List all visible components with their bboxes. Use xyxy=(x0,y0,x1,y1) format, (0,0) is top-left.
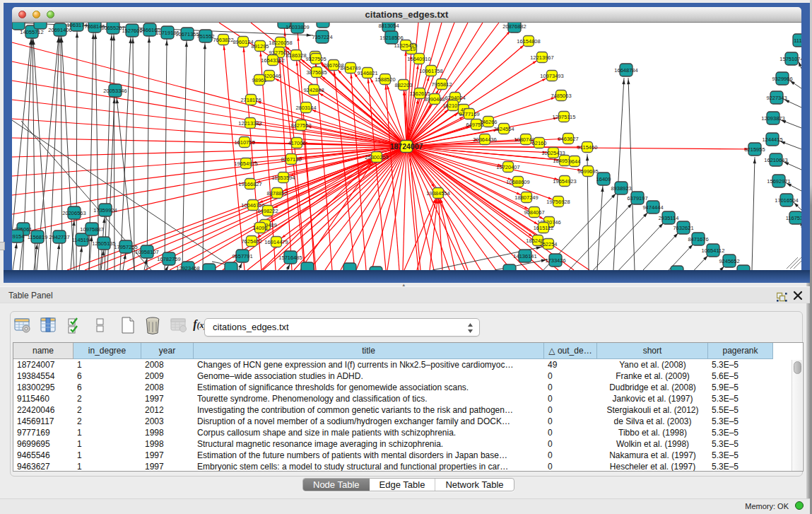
svg-text:8878852: 8878852 xyxy=(266,190,287,197)
svg-text:17359924: 17359924 xyxy=(93,207,117,214)
svg-text:6498222: 6498222 xyxy=(257,208,278,214)
svg-text:9699695: 9699695 xyxy=(577,168,598,175)
svg-text:8813054: 8813054 xyxy=(378,23,399,29)
svg-text:19218506: 19218506 xyxy=(379,35,403,41)
svg-text:17957255: 17957255 xyxy=(114,244,137,250)
svg-text:17016504: 17016504 xyxy=(775,197,798,204)
svg-text:8990448: 8990448 xyxy=(424,96,445,103)
svg-text:20206563: 20206563 xyxy=(62,210,86,216)
svg-text:10688609: 10688609 xyxy=(506,179,529,185)
svg-text:1733426: 1733426 xyxy=(545,257,565,264)
svg-text:19384554: 19384554 xyxy=(426,190,449,197)
svg-text:10671355: 10671355 xyxy=(175,31,199,37)
svg-text:1167533: 1167533 xyxy=(786,215,801,221)
svg-text:1156819: 1156819 xyxy=(28,234,48,240)
svg-text:14099: 14099 xyxy=(253,225,268,231)
svg-text:882203: 882203 xyxy=(394,82,412,88)
svg-text:7663822: 7663822 xyxy=(213,37,233,43)
svg-text:98961: 98961 xyxy=(252,77,267,83)
svg-text:12505135: 12505135 xyxy=(92,240,115,247)
svg-text:1588520: 1588520 xyxy=(375,76,395,83)
svg-text:16154808: 16154808 xyxy=(517,38,540,45)
svg-text:9084067: 9084067 xyxy=(524,209,544,216)
svg-text:9245652: 9245652 xyxy=(719,258,739,264)
svg-text:19654975: 19654975 xyxy=(234,160,257,167)
svg-text:12975115: 12975115 xyxy=(553,114,576,120)
svg-text:7625402: 7625402 xyxy=(241,238,261,245)
svg-text:19756928: 19756928 xyxy=(546,199,570,205)
svg-text:11353594: 11353594 xyxy=(272,175,295,181)
svg-text:62160: 62160 xyxy=(532,140,547,146)
svg-text:8186328: 8186328 xyxy=(286,52,306,59)
svg-text:15751074: 15751074 xyxy=(779,56,801,62)
svg-text:7632621: 7632621 xyxy=(673,225,693,231)
svg-text:14055712: 14055712 xyxy=(20,29,43,35)
svg-text:10973493: 10973493 xyxy=(540,73,563,79)
svg-text:18226058: 18226058 xyxy=(269,40,292,46)
svg-text:12213383: 12213383 xyxy=(238,120,261,127)
svg-text:12923468: 12923468 xyxy=(176,265,199,270)
svg-text:252254: 252254 xyxy=(539,241,557,247)
svg-text:6379197: 6379197 xyxy=(627,195,647,201)
svg-text:1615112: 1615112 xyxy=(534,225,554,231)
svg-text:39154: 39154 xyxy=(12,233,24,240)
svg-text:7357224: 7357224 xyxy=(312,34,332,40)
svg-text:1244415: 1244415 xyxy=(762,136,782,143)
svg-text:16648784: 16648784 xyxy=(614,67,637,74)
svg-text:9644: 9644 xyxy=(569,158,581,165)
svg-text:9777169: 9777169 xyxy=(459,111,479,117)
svg-text:8427552: 8427552 xyxy=(290,122,311,129)
svg-text:15716485: 15716485 xyxy=(278,255,302,261)
svg-text:1610755: 1610755 xyxy=(234,139,254,146)
svg-text:15692971: 15692971 xyxy=(767,178,790,185)
svg-text:9657791: 9657791 xyxy=(232,253,252,259)
svg-text:10958107: 10958107 xyxy=(135,249,158,255)
svg-text:12213967: 12213967 xyxy=(530,54,553,61)
svg-text:8215955: 8215955 xyxy=(744,146,765,153)
svg-text:9327505: 9327505 xyxy=(305,56,326,62)
svg-text:8471676: 8471676 xyxy=(688,236,708,243)
svg-text:16409: 16409 xyxy=(596,176,611,182)
svg-text:2718176: 2718176 xyxy=(240,97,261,103)
svg-text:16210643: 16210643 xyxy=(764,157,787,163)
svg-text:891295: 891295 xyxy=(251,43,269,49)
svg-text:18807249: 18807249 xyxy=(514,194,538,201)
svg-text:11325419: 11325419 xyxy=(394,42,418,49)
svg-text:3624554: 3624554 xyxy=(493,126,514,132)
svg-text:2935114: 2935114 xyxy=(659,215,679,221)
svg-text:1145194: 1145194 xyxy=(72,237,93,243)
svg-text:19166827: 19166827 xyxy=(238,181,261,187)
svg-text:9463627: 9463627 xyxy=(558,136,578,142)
svg-text:7955812: 7955812 xyxy=(431,81,452,88)
svg-text:9227343: 9227343 xyxy=(766,95,787,101)
svg-text:7485063: 7485063 xyxy=(551,93,571,99)
svg-text:10654112: 10654112 xyxy=(702,247,725,254)
svg-text:16914479: 16914479 xyxy=(264,239,288,245)
svg-text:18724007: 18724007 xyxy=(390,142,423,151)
svg-text:12093873: 12093873 xyxy=(761,115,784,122)
svg-text:9146821: 9146821 xyxy=(357,70,377,76)
svg-text:1117: 1117 xyxy=(794,37,801,44)
svg-text:16543362: 16543362 xyxy=(261,57,284,64)
svg-text:25300203: 25300203 xyxy=(365,154,388,160)
svg-text:10975887: 10975887 xyxy=(80,226,103,233)
svg-text:417006: 417006 xyxy=(288,140,305,146)
svg-text:9329966: 9329966 xyxy=(772,76,792,82)
svg-text:751552: 751552 xyxy=(196,33,214,40)
svg-text:10961758: 10961758 xyxy=(419,68,442,74)
svg-text:16782759: 16782759 xyxy=(157,256,180,262)
svg-text:8960124: 8960124 xyxy=(233,39,253,45)
svg-text:9242848: 9242848 xyxy=(303,87,324,93)
svg-text:16033809: 16033809 xyxy=(286,24,309,30)
svg-text:16640910: 16640910 xyxy=(407,56,430,62)
svg-text:8267130: 8267130 xyxy=(281,156,301,163)
svg-text:19654923: 19654923 xyxy=(553,178,576,185)
svg-text:20876882: 20876882 xyxy=(502,23,526,30)
svg-text:20364436: 20364436 xyxy=(473,136,496,143)
svg-text:14136141: 14136141 xyxy=(513,253,536,259)
svg-text:2803144: 2803144 xyxy=(295,105,316,111)
svg-text:20053346: 20053346 xyxy=(103,88,126,94)
svg-text:2942737: 2942737 xyxy=(49,234,69,240)
svg-text:3875685: 3875685 xyxy=(306,69,326,76)
svg-text:8938923: 8938923 xyxy=(611,185,631,192)
